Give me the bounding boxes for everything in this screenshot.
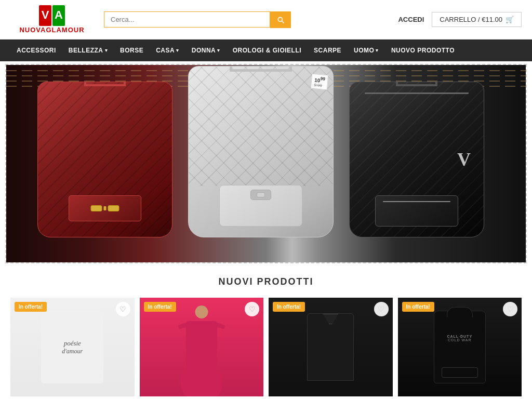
cart-label: CARRELLO / €11.00: [440, 16, 502, 23]
nav-item-nuovo-prodotto[interactable]: NUOVO PRODOTTO: [385, 39, 461, 61]
logo-text: NUOVAGLAMOUR: [19, 26, 84, 34]
chevron-down-icon: ▾: [105, 48, 108, 53]
product-text-2: d'amour: [62, 348, 83, 355]
product-card-4[interactable]: In offerta! ♡ CALL·DUTY COLD WAR: [398, 298, 522, 396]
products-grid: In offerta! ♡ poésie d'amour In offerta!…: [10, 298, 522, 396]
accedi-link[interactable]: ACCEDI: [398, 16, 424, 23]
product-card-2[interactable]: In offerta! ♡: [140, 298, 264, 396]
wishlist-button-4[interactable]: ♡: [503, 302, 517, 316]
product-image-1: In offerta! ♡ poésie d'amour: [10, 298, 135, 396]
tshirt-illustration: poésie d'amour: [41, 311, 103, 383]
nav-item-uomo[interactable]: UOMO▾: [348, 39, 385, 61]
jacket-illustration: [304, 308, 356, 386]
svg-text:V: V: [42, 8, 49, 21]
header-right: ACCEDI CARRELLO / €11.00 🛒: [398, 12, 522, 27]
hero-background: 1099 9.99 V: [6, 65, 526, 262]
svg-text:A: A: [55, 8, 63, 21]
logo-area: V A NUOVAGLAMOUR: [10, 5, 94, 34]
hoodie-illustration: CALL·DUTY COLD WAR: [431, 308, 488, 386]
wishlist-button-1[interactable]: ♡: [116, 302, 130, 316]
search-button[interactable]: [270, 11, 291, 28]
section-title: NUOVI PRODOTTI: [10, 276, 522, 287]
products-section: NUOVI PRODOTTI In offerta! ♡ poésie d'am…: [0, 266, 532, 399]
nav-item-casa[interactable]: CASA▾: [150, 39, 185, 61]
nav-item-scarpe[interactable]: SCARPE: [308, 39, 348, 61]
search-input[interactable]: [104, 11, 270, 28]
nav-item-donna[interactable]: DONNA▾: [185, 39, 227, 61]
wishlist-button-2[interactable]: ♡: [245, 302, 259, 316]
search-icon: [276, 16, 285, 24]
product-image-2: In offerta! ♡: [140, 298, 264, 396]
chevron-down-icon: ▾: [217, 48, 220, 53]
main-nav: ACCESSORI BELLEZZA▾ BORSE CASA▾ DONNA▾ O…: [0, 39, 532, 61]
dress-illustration: [181, 305, 222, 389]
sale-badge-3: In offerta!: [273, 302, 305, 312]
sale-badge-1: In offerta!: [15, 302, 47, 312]
bag-center: 1099 9.99: [188, 66, 344, 243]
nav-item-accessori[interactable]: ACCESSORI: [10, 39, 62, 61]
product-card-3[interactable]: In offerta! ♡: [269, 298, 393, 396]
bag-right: V: [349, 82, 495, 243]
chevron-down-icon: ▾: [376, 48, 379, 53]
product-text-1: poésie: [64, 339, 81, 348]
chevron-down-icon: ▾: [176, 48, 179, 53]
bag-left: [37, 82, 183, 243]
logo-icon: V A: [39, 5, 65, 26]
cart-icon: 🛒: [506, 16, 514, 23]
nav-item-orologi[interactable]: OROLOGI & GIOIELLI: [227, 39, 308, 61]
search-area: [104, 11, 291, 28]
nav-item-borse[interactable]: BORSE: [114, 39, 150, 61]
sale-badge-4: In offerta!: [402, 302, 434, 312]
nav-item-bellezza[interactable]: BELLEZZA▾: [62, 39, 114, 61]
product-image-3: In offerta! ♡: [269, 298, 393, 396]
wishlist-button-3[interactable]: ♡: [374, 302, 389, 316]
sale-badge-2: In offerta!: [144, 302, 176, 312]
product-image-4: In offerta! ♡ CALL·DUTY COLD WAR: [398, 298, 522, 396]
cart-button[interactable]: CARRELLO / €11.00 🛒: [432, 12, 522, 27]
header: V A NUOVAGLAMOUR ACCEDI CARRELLO / €11.0…: [0, 0, 532, 39]
product-card-1[interactable]: In offerta! ♡ poésie d'amour: [10, 298, 135, 396]
hero-banner: 1099 9.99 V: [5, 64, 527, 263]
